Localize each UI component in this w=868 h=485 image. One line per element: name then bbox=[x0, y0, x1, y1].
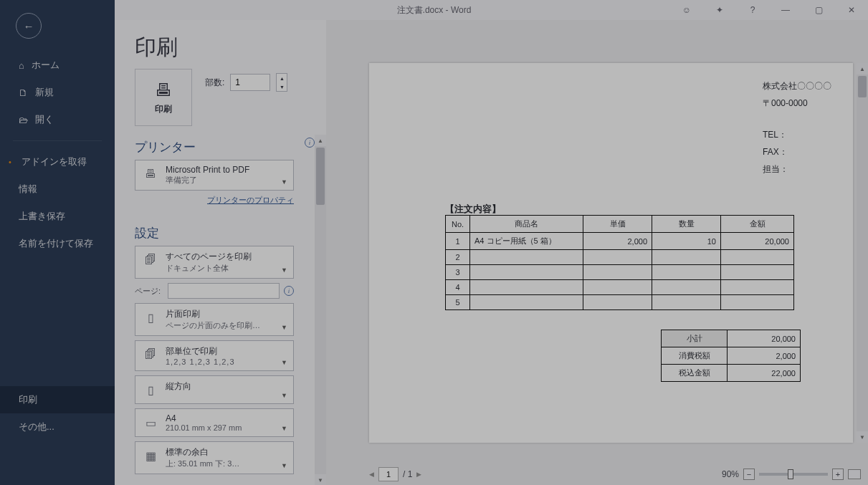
nav-new-label: 新規 bbox=[35, 86, 54, 99]
col-amt: 金額 bbox=[721, 216, 794, 233]
print-title: 印刷 bbox=[135, 33, 319, 62]
scroll-up-icon[interactable]: ▲ bbox=[857, 63, 868, 75]
nav-get-addins[interactable]: アドインを取得 bbox=[0, 148, 115, 176]
back-button[interactable]: ← bbox=[16, 13, 42, 39]
copies-spinner[interactable]: ▲ ▼ bbox=[276, 73, 287, 92]
document-icon: 🗋 bbox=[19, 87, 28, 98]
zoom-slider[interactable] bbox=[759, 473, 828, 476]
chevron-down-icon[interactable]: ▼ bbox=[277, 82, 287, 91]
margins-title: 標準の余白 bbox=[166, 446, 239, 458]
col-qty: 数量 bbox=[652, 216, 721, 233]
settings-section-title: 設定 bbox=[135, 225, 298, 241]
doc-postal: 〒000-0000 bbox=[763, 95, 831, 112]
margins-select[interactable]: ▦ 標準の余白 上: 35.01 mm 下: 3… ▼ bbox=[135, 441, 294, 474]
duplex-title: 片面印刷 bbox=[166, 308, 260, 320]
pages-icon: 🗐 bbox=[141, 251, 160, 269]
doc-tel: TEL： bbox=[763, 126, 831, 143]
print-button-label: 印刷 bbox=[155, 103, 172, 115]
subtotal-value: 20,000 bbox=[728, 330, 801, 347]
zoom-out-button[interactable]: − bbox=[743, 469, 755, 480]
nav-save[interactable]: 上書き保存 bbox=[0, 203, 115, 230]
zoom-slider-thumb[interactable] bbox=[788, 469, 793, 479]
print-scope-select[interactable]: 🗐 すべてのページを印刷 ドキュメント全体 ▼ bbox=[135, 246, 294, 279]
col-name: 商品名 bbox=[470, 216, 583, 233]
printer-select[interactable]: 🖶 Microsoft Print to PDF 準備完了 ▼ bbox=[135, 160, 294, 191]
nav-home[interactable]: ⌂ホーム bbox=[0, 52, 115, 79]
nav-more-label: その他... bbox=[19, 421, 54, 433]
print-button[interactable]: 🖶 印刷 bbox=[135, 69, 192, 126]
nav-get-addins-label: アドインを取得 bbox=[22, 155, 87, 168]
maximize-button[interactable]: ▢ bbox=[802, 0, 835, 20]
nav-separator bbox=[13, 140, 102, 141]
arrow-left-icon: ← bbox=[24, 20, 34, 32]
scrollbar-thumb[interactable] bbox=[316, 148, 325, 205]
pages-input[interactable] bbox=[168, 283, 280, 299]
printer-section-title: プリンター bbox=[135, 139, 298, 155]
nav-save-as[interactable]: 名前を付けて保存 bbox=[0, 230, 115, 257]
margins-sub: 上: 35.01 mm 下: 3… bbox=[166, 458, 239, 469]
grand-label: 税込金額 bbox=[662, 365, 728, 382]
paper-size-select[interactable]: ▭ A4 210.01 mm x 297 mm ▼ bbox=[135, 408, 294, 437]
collate-sub: 1,2,3 1,2,3 1,2,3 bbox=[166, 357, 235, 366]
paper-title: A4 bbox=[166, 413, 242, 423]
nav-info-label: 情報 bbox=[19, 183, 37, 196]
duplex-select[interactable]: ▯ 片面印刷 ページの片面のみを印刷… ▼ bbox=[135, 303, 294, 336]
account-icon[interactable]: ☺ bbox=[670, 0, 703, 20]
nav-more[interactable]: その他... bbox=[0, 413, 115, 441]
nav-new[interactable]: 🗋新規 bbox=[0, 79, 115, 106]
scroll-up-icon[interactable]: ▲ bbox=[315, 135, 326, 146]
minimize-button[interactable]: — bbox=[769, 0, 802, 20]
nav-home-label: ホーム bbox=[32, 59, 59, 72]
nav-print[interactable]: 印刷 bbox=[0, 386, 115, 413]
orientation-select[interactable]: ▯ 縦方向 ▼ bbox=[135, 375, 294, 404]
preview-footer: ◀ / 1 ▶ 90% − + bbox=[326, 464, 868, 485]
close-button[interactable]: ✕ bbox=[835, 0, 868, 20]
preview-scrollbar[interactable]: ▲ ▼ bbox=[857, 63, 868, 443]
col-unit: 単価 bbox=[583, 216, 652, 233]
table-row: 4 bbox=[446, 280, 794, 295]
col-no: No. bbox=[446, 216, 470, 233]
zoom-percent-label: 90% bbox=[722, 469, 739, 479]
fit-to-page-button[interactable] bbox=[848, 469, 861, 479]
table-header-row: No. 商品名 単価 数量 金額 bbox=[446, 216, 794, 233]
nav-info[interactable]: 情報 bbox=[0, 176, 115, 203]
print-panel: 印刷 🖶 印刷 部数: ▲ ▼ プリンター 🖶 Microsoft Print bbox=[115, 20, 326, 485]
panel-scrollbar[interactable]: ▲ ▼ bbox=[315, 135, 326, 485]
scroll-down-icon[interactable]: ▼ bbox=[315, 474, 326, 485]
preview-page: 株式会社〇〇〇〇 〒000-0000 TEL： FAX： 担当： 【注文内容】 … bbox=[369, 63, 853, 443]
coming-soon-icon[interactable]: ✦ bbox=[703, 0, 736, 20]
page-number-input[interactable] bbox=[378, 467, 399, 481]
nav-open[interactable]: 🗁開く bbox=[0, 106, 115, 133]
page-count-label: / 1 bbox=[403, 469, 412, 479]
printer-name: Microsoft Print to PDF bbox=[166, 165, 249, 175]
scrollbar-thumb[interactable] bbox=[858, 76, 867, 97]
chevron-down-icon: ▼ bbox=[281, 462, 287, 469]
prev-page-button[interactable]: ◀ bbox=[369, 471, 374, 478]
nav-save-as-label: 名前を付けて保存 bbox=[19, 237, 93, 250]
next-page-button[interactable]: ▶ bbox=[416, 471, 421, 478]
document-title: 注文書.docx - Word bbox=[397, 4, 472, 16]
nav-save-label: 上書き保存 bbox=[19, 210, 65, 223]
info-icon[interactable]: i bbox=[284, 286, 294, 296]
chevron-up-icon[interactable]: ▲ bbox=[277, 74, 287, 82]
chevron-down-icon: ▼ bbox=[281, 266, 287, 274]
margins-icon: ▦ bbox=[141, 446, 160, 465]
tax-label: 消費税額 bbox=[662, 347, 728, 365]
chevron-down-icon: ▼ bbox=[281, 359, 287, 366]
info-icon[interactable]: i bbox=[305, 138, 315, 148]
zoom-in-button[interactable]: + bbox=[832, 469, 844, 480]
doc-fax: FAX： bbox=[763, 143, 831, 160]
copies-input[interactable] bbox=[230, 74, 270, 91]
duplex-sub: ページの片面のみを印刷… bbox=[166, 320, 260, 331]
help-button[interactable]: ? bbox=[736, 0, 769, 20]
table-row: 1 A4 コピー用紙（5 箱） 2,000 10 20,000 bbox=[446, 233, 794, 250]
home-icon: ⌂ bbox=[19, 60, 24, 71]
printer-properties-link[interactable]: プリンターのプロパティ bbox=[135, 195, 294, 206]
collate-title: 部単位で印刷 bbox=[166, 345, 235, 357]
table-row: 5 bbox=[446, 295, 794, 310]
printer-device-icon: 🖶 bbox=[141, 165, 160, 183]
totals-table: 小計20,000 消費税額2,000 税込金額22,000 bbox=[661, 330, 801, 382]
print-scope-title: すべてのページを印刷 bbox=[166, 251, 252, 263]
scroll-down-icon[interactable]: ▼ bbox=[857, 431, 868, 443]
collate-select[interactable]: 🗐 部単位で印刷 1,2,3 1,2,3 1,2,3 ▼ bbox=[135, 340, 294, 371]
